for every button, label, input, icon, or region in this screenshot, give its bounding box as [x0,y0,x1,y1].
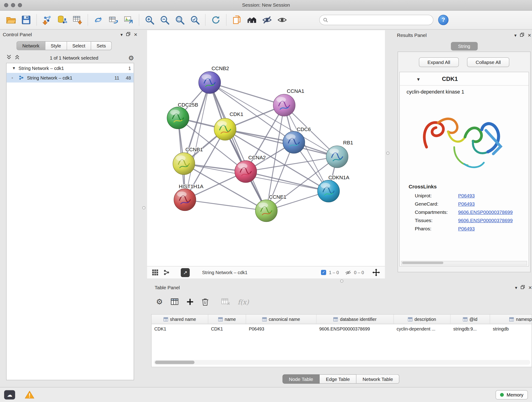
network-node-ccnb2[interactable] [199,71,221,94]
panel-menu-icon[interactable]: ▾ [514,33,517,37]
network-node-hist1h1a[interactable] [174,189,196,211]
scrollbar-thumb[interactable] [155,361,195,364]
cell-namespace[interactable]: stringdb [490,324,532,334]
cell-database-identifier[interactable]: 9606.ENSP00000378699 [317,324,394,334]
tab-node-table[interactable]: Node Table [282,375,320,384]
show-columns-icon[interactable] [171,298,179,306]
tab-network-table[interactable]: Network Table [356,375,399,384]
results-horizontal-scrollbar[interactable] [401,261,527,266]
export-image-icon[interactable] [121,12,136,27]
table-row[interactable]: CDK1 CDK1 P06493 9606.ENSP00000378699 cy… [152,324,532,334]
tab-network[interactable]: Network [17,41,45,50]
panel-menu-icon[interactable]: ▾ [120,32,123,37]
panel-close-icon[interactable]: ✕ [528,285,532,290]
cell-description[interactable]: cyclin-dependent ... [394,324,451,334]
search-box[interactable] [319,15,433,25]
expand-all-networks-icon[interactable] [14,54,20,61]
expand-all-button[interactable]: Expand All [419,57,459,67]
network-graph[interactable]: CCNB2CCNA1CDC25BCDK1CDC6RB1CCNB1CCNA2CDK… [147,30,385,266]
network-overview-icon[interactable] [163,269,170,276]
column-header-database-identifier[interactable]: database identifier [317,315,394,324]
delete-column-trash-icon[interactable] [201,298,209,306]
network-edge[interactable] [246,172,329,191]
network-node-cdk1[interactable] [214,118,236,140]
network-node-cdkn1a[interactable] [317,180,340,202]
cell-shared-name[interactable]: CDK1 [152,324,209,334]
grid-view-icon[interactable] [152,269,158,276]
tab-string[interactable]: String [451,42,477,51]
collapse-all-button[interactable]: Collapse All [467,57,510,67]
pan-move-icon[interactable] [372,269,380,277]
panel-float-icon[interactable] [521,285,525,290]
zoom-in-icon[interactable] [142,12,157,27]
zoom-selected-icon[interactable] [187,12,203,27]
search-input[interactable] [328,17,430,23]
selected-checkbox-icon[interactable]: ✓ [321,270,326,275]
zoom-fit-icon[interactable] [172,12,187,27]
cloud-icon[interactable]: ☁ [4,390,15,400]
first-neighbors-icon[interactable] [244,12,260,27]
disclosure-triangle-icon[interactable]: ▼ [12,66,16,70]
network-edge[interactable] [185,200,266,211]
crosslink-link-pharos[interactable]: P06493 [458,226,475,231]
delete-table-icon[interactable] [221,298,230,306]
help-button[interactable]: ? [438,15,449,25]
column-header-shared-name[interactable]: shared name [152,315,209,324]
crosslink-link-uniprot[interactable]: P06493 [458,193,475,198]
table-horizontal-scrollbar[interactable] [154,360,530,365]
tab-edge-table[interactable]: Edge Table [320,375,356,384]
cell-id[interactable]: stringdb:9... [451,324,490,334]
create-column-plus-icon[interactable] [186,298,194,306]
show-all-eye-icon[interactable] [275,12,290,27]
import-table-icon[interactable] [70,12,85,27]
network-table-icon[interactable] [106,12,121,27]
network-node-ccna1[interactable] [273,94,295,116]
import-network-database-icon[interactable] [55,12,70,27]
warning-icon[interactable] [25,390,34,399]
network-row[interactable]: ● String Network – cdk1 11 48 [7,73,134,83]
panel-menu-icon[interactable]: ▾ [515,285,517,290]
column-header-canonical-name[interactable]: canonical name [246,315,317,324]
network-node-cdc6[interactable] [283,131,305,153]
hide-selection-eye-slash-icon[interactable] [260,12,275,27]
clone-network-icon[interactable] [91,12,106,27]
copy-document-icon[interactable] [229,12,244,27]
tab-select[interactable]: Select [67,41,91,50]
collapse-all-networks-icon[interactable] [6,54,12,61]
panel-close-icon[interactable]: ✕ [134,32,138,37]
import-network-file-icon[interactable] [40,12,55,27]
crosslink-link-compartments[interactable]: 9606.ENSP00000378699 [458,210,513,215]
column-header-description[interactable]: description [394,315,451,324]
left-splitter-handle[interactable] [142,206,146,210]
column-header-name[interactable]: name [208,315,246,324]
cell-canonical-name[interactable]: P06493 [246,324,317,334]
network-node-ccnb1[interactable] [173,153,195,175]
bottom-splitter-handle[interactable] [340,280,343,283]
gene-disclosure-triangle-icon[interactable]: ▼ [416,77,421,82]
save-session-icon[interactable] [19,12,34,27]
column-header-id[interactable]: @id [451,315,490,324]
detach-view-button[interactable]: ↗ [181,268,190,277]
cell-name[interactable]: CDK1 [208,324,246,334]
tab-style[interactable]: Style [45,41,67,50]
function-builder-icon[interactable]: f(x) [238,298,249,306]
table-options-gear-icon[interactable]: ⚙ [156,298,163,306]
network-node-ccne1[interactable] [255,200,278,222]
network-collection-row[interactable]: ▼ String Network – cdk1 1 [7,63,134,73]
panel-close-icon[interactable]: ✕ [528,33,531,37]
network-node-rb1[interactable] [326,146,348,168]
tab-sets[interactable]: Sets [91,41,112,50]
refresh-view-icon[interactable] [208,12,223,27]
panel-float-icon[interactable] [520,33,524,38]
network-options-gear-icon[interactable]: ⚙ [128,55,134,61]
network-node-cdc25b[interactable] [167,107,189,129]
crosslink-link-tissues[interactable]: 9606.ENSP00000378699 [458,218,513,223]
right-splitter-handle[interactable] [386,152,389,155]
crosslink-link-genecard[interactable]: P06493 [458,201,475,207]
open-session-icon[interactable] [3,12,19,27]
zoom-out-icon[interactable] [157,12,172,27]
network-edge[interactable] [185,83,210,200]
network-edge[interactable] [210,83,266,211]
memory-button[interactable]: Memory [496,390,528,400]
panel-float-icon[interactable] [126,32,130,37]
